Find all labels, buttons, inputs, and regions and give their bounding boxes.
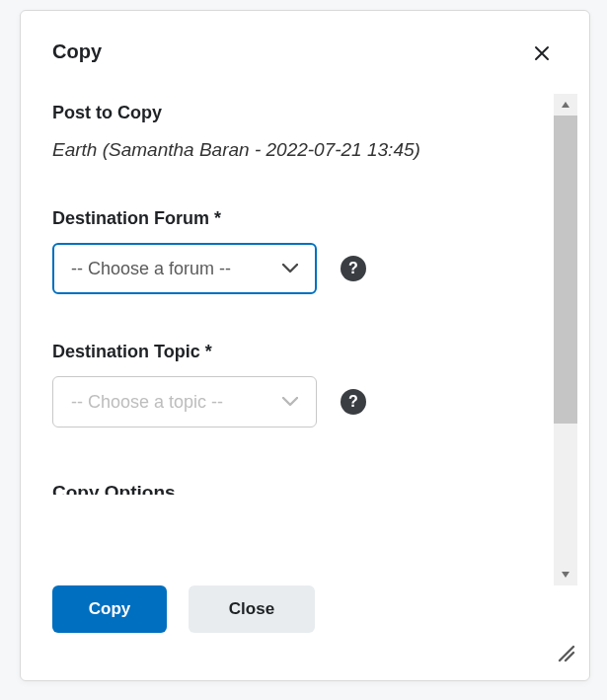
close-icon [533,44,551,65]
copy-dialog: Copy Post to Copy Earth (Samantha Baran … [20,10,590,681]
dialog-title: Copy [52,40,558,63]
dialog-header: Copy [21,11,589,63]
resize-handle[interactable] [554,641,575,662]
destination-topic-label: Destination Topic * [52,342,510,362]
dialog-body: Post to Copy Earth (Samantha Baran - 202… [21,63,589,572]
destination-forum-label: Destination Forum * [52,208,510,229]
scroll-up-button[interactable] [554,94,577,116]
chevron-down-icon [282,397,298,407]
destination-forum-row: -- Choose a forum -- ? [52,243,510,294]
destination-topic-placeholder: -- Choose a topic -- [71,392,223,413]
destination-forum-placeholder: -- Choose a forum -- [71,259,231,279]
destination-topic-help-icon[interactable]: ? [341,389,366,415]
scroll-down-button[interactable] [554,564,577,585]
destination-topic-select[interactable]: -- Choose a topic -- [52,376,317,428]
destination-topic-row: -- Choose a topic -- ? [52,376,510,428]
dialog-footer: Copy Close [21,572,589,633]
copy-options-heading: Copy Options [52,475,510,495]
post-to-copy-label: Post to Copy [52,103,510,123]
scroll-thumb[interactable] [554,116,577,424]
scroll-track[interactable] [554,116,577,564]
destination-forum-help-icon[interactable]: ? [341,256,366,281]
scrollbar [554,94,577,585]
chevron-down-icon [282,264,298,273]
close-button[interactable]: Close [189,585,315,633]
post-to-copy-value: Earth (Samantha Baran - 2022-07-21 13:45… [52,139,510,161]
copy-button[interactable]: Copy [52,585,167,633]
destination-forum-select[interactable]: -- Choose a forum -- [52,243,317,294]
